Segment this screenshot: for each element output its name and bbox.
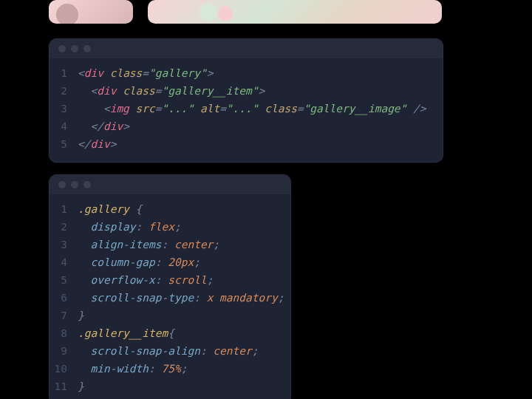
code-content: <div class="gallery__item">: [78, 82, 443, 100]
line-number: 4: [50, 253, 78, 271]
css-code-window: 1.gallery {2 display: flex;3 align-items…: [49, 174, 291, 399]
code-content: .gallery__item{: [78, 324, 290, 342]
code-content: scroll-snap-type: x mandatory;: [78, 289, 290, 307]
code-line[interactable]: 7}: [50, 307, 290, 324]
code-line[interactable]: 4 </div>: [50, 117, 443, 135]
code-content: }: [78, 307, 290, 324]
line-number: 5: [50, 135, 78, 153]
line-number: 8: [50, 324, 78, 342]
code-line[interactable]: 4 column-gap: 20px;: [50, 253, 290, 271]
code-line[interactable]: 5</div>: [50, 135, 443, 153]
line-number: 5: [50, 271, 78, 289]
code-content: </div>: [78, 117, 443, 135]
code-content: min-width: 75%;: [78, 360, 290, 378]
traffic-light-zoom-icon[interactable]: [83, 181, 91, 188]
code-content: display: flex;: [78, 218, 290, 236]
line-number: 7: [50, 307, 78, 324]
line-number: 6: [50, 289, 78, 307]
traffic-light-close-icon[interactable]: [58, 45, 66, 52]
gallery-thumb-2[interactable]: [148, 0, 442, 24]
traffic-light-minimize-icon[interactable]: [71, 181, 78, 188]
traffic-light-zoom-icon[interactable]: [83, 45, 91, 52]
code-content: scroll-snap-align: center;: [78, 342, 290, 360]
code-line[interactable]: 2 display: flex;: [50, 218, 290, 236]
code-line[interactable]: 6 scroll-snap-type: x mandatory;: [50, 289, 290, 307]
code-line[interactable]: 3 <img src="..." alt="..." class="galler…: [50, 100, 443, 117]
code-content: align-items: center;: [78, 236, 290, 253]
code-line[interactable]: 2 <div class="gallery__item">: [50, 82, 443, 100]
code-content: overflow-x: scroll;: [78, 271, 290, 289]
code-line[interactable]: 5 overflow-x: scroll;: [50, 271, 290, 289]
gallery-thumb-1[interactable]: [49, 0, 133, 24]
html-code-window: 1<div class="gallery">2 <div class="gall…: [49, 38, 443, 163]
line-number: 10: [50, 360, 78, 378]
window-titlebar: [50, 39, 443, 58]
css-code-body[interactable]: 1.gallery {2 display: flex;3 align-items…: [50, 194, 290, 399]
code-line[interactable]: 10 min-width: 75%;: [50, 360, 290, 378]
html-code-body[interactable]: 1<div class="gallery">2 <div class="gall…: [50, 58, 443, 162]
code-line[interactable]: 8.gallery__item{: [50, 324, 290, 342]
code-line[interactable]: 1.gallery {: [50, 200, 290, 218]
line-number: 3: [50, 100, 78, 117]
code-line[interactable]: 11}: [50, 378, 290, 395]
code-content: <div class="gallery">: [78, 64, 443, 82]
line-number: 2: [50, 82, 78, 100]
code-line[interactable]: 1<div class="gallery">: [50, 64, 443, 82]
line-number: 9: [50, 342, 78, 360]
line-number: 11: [50, 378, 78, 395]
traffic-light-minimize-icon[interactable]: [71, 45, 78, 52]
line-number: 3: [50, 236, 78, 253]
traffic-light-close-icon[interactable]: [58, 181, 66, 188]
line-number: 4: [50, 117, 78, 135]
code-line[interactable]: 3 align-items: center;: [50, 236, 290, 253]
line-number: 2: [50, 218, 78, 236]
code-content: .gallery {: [78, 200, 290, 218]
line-number: 1: [50, 200, 78, 218]
code-content: <img src="..." alt="..." class="gallery_…: [78, 100, 443, 117]
window-titlebar: [50, 175, 290, 194]
code-content: column-gap: 20px;: [78, 253, 290, 271]
gallery-preview-strip: [0, 0, 532, 24]
code-line[interactable]: 9 scroll-snap-align: center;: [50, 342, 290, 360]
line-number: 1: [50, 64, 78, 82]
code-content: }: [78, 378, 290, 395]
code-content: </div>: [78, 135, 443, 153]
